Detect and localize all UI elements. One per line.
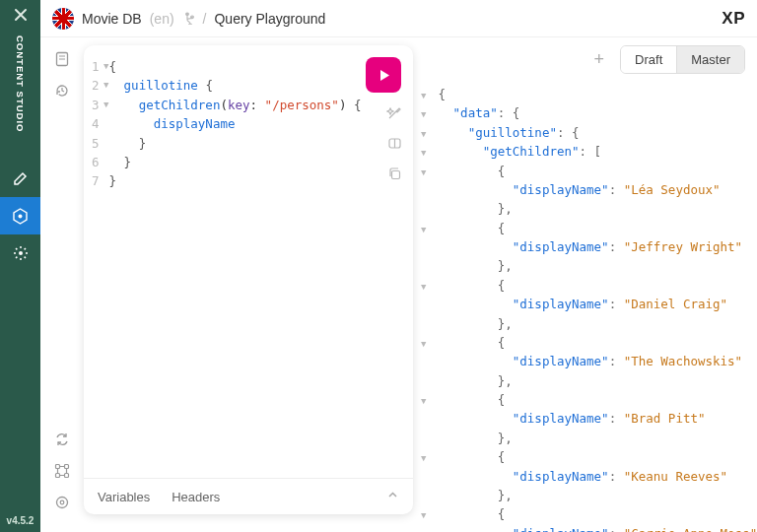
tab-variables[interactable]: Variables — [98, 490, 150, 504]
branch-draft-button[interactable]: Draft — [621, 46, 676, 73]
studio-label: CONTENT STUDIO — [15, 35, 26, 132]
run-button[interactable] — [366, 57, 401, 93]
svg-rect-6 — [65, 474, 69, 478]
results-json[interactable]: ▼ { ▼ "data": { ▼ "guillotine": { ▼ "get… — [413, 81, 757, 532]
crumb-separator: / — [203, 11, 207, 27]
editor-iconbar — [40, 37, 84, 532]
svg-point-7 — [57, 498, 68, 508]
app-logo: XP — [722, 9, 745, 29]
settings-icon[interactable] — [0, 234, 40, 272]
svg-rect-3 — [56, 465, 60, 469]
header: Movie DB (en) / Query Playground XP — [40, 0, 757, 37]
svg-rect-5 — [56, 474, 60, 478]
results-pane: + Draft Master ▼ { ▼ "data": { ▼ "guillo… — [413, 37, 757, 532]
merge-icon[interactable] — [386, 135, 403, 152]
document-icon[interactable] — [54, 51, 70, 67]
prettify-icon[interactable] — [386, 104, 403, 121]
config-icon[interactable] — [54, 495, 70, 510]
version-label: v4.5.2 — [7, 509, 34, 532]
svg-point-0 — [19, 214, 23, 218]
svg-rect-4 — [65, 465, 69, 469]
copy-icon[interactable] — [386, 166, 403, 182]
project-lang: (en) — [150, 11, 174, 27]
code-input[interactable]: 1▼2▼3▼4567 { guillotine { getChildren(ke… — [84, 45, 413, 478]
branch-selector: Draft Master — [620, 45, 745, 74]
breadcrumb-page: Query Playground — [214, 11, 325, 27]
editor-footer: Variables Headers — [84, 478, 413, 514]
branch-master-button[interactable]: Master — [676, 46, 744, 73]
project-flag-icon[interactable] — [52, 8, 74, 30]
refresh-icon[interactable] — [54, 432, 70, 447]
svg-point-1 — [19, 251, 23, 255]
project-name[interactable]: Movie DB — [82, 11, 142, 27]
chevron-up-icon[interactable] — [386, 489, 399, 504]
add-tab-icon[interactable]: + — [594, 49, 605, 70]
query-playground-icon[interactable] — [0, 197, 40, 234]
app-rail: CONTENT STUDIO v4.5.2 — [0, 0, 40, 532]
query-editor: 1▼2▼3▼4567 { guillotine { getChildren(ke… — [84, 45, 413, 514]
svg-point-8 — [60, 500, 64, 504]
svg-rect-10 — [392, 171, 400, 179]
branch-icon — [182, 12, 195, 25]
shortcuts-icon[interactable] — [54, 463, 70, 479]
close-icon[interactable] — [0, 0, 40, 30]
tab-headers[interactable]: Headers — [172, 490, 220, 504]
history-icon[interactable] — [54, 83, 70, 99]
edit-icon[interactable] — [0, 160, 40, 197]
